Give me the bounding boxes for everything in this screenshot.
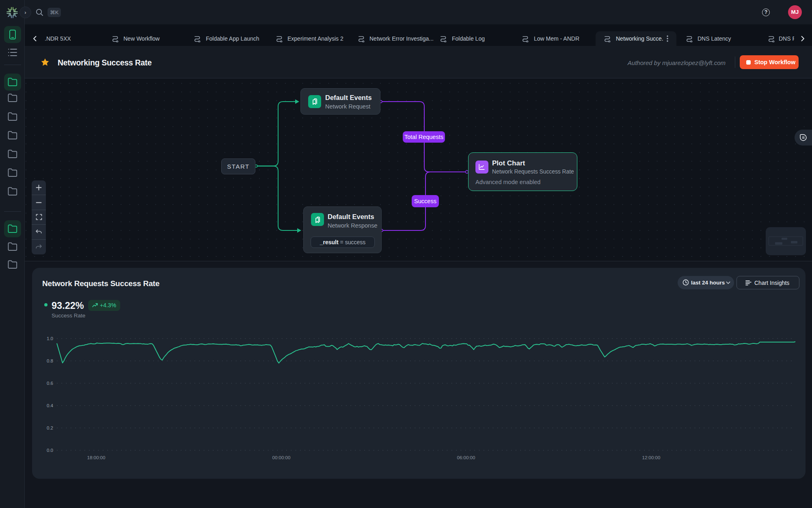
svg-text:1.0: 1.0 <box>47 336 53 341</box>
svg-text:0.6: 0.6 <box>47 381 53 386</box>
svg-text:00:00:00: 00:00:00 <box>272 455 291 460</box>
svg-text:0.2: 0.2 <box>47 426 53 430</box>
svg-text:0.8: 0.8 <box>47 358 53 363</box>
svg-text:0.0: 0.0 <box>47 448 53 453</box>
svg-text:0.4: 0.4 <box>47 403 54 408</box>
svg-text:06:00:00: 06:00:00 <box>457 455 475 460</box>
svg-text:12:00:00: 12:00:00 <box>642 455 661 460</box>
svg-text:18:00:00: 18:00:00 <box>87 455 106 460</box>
